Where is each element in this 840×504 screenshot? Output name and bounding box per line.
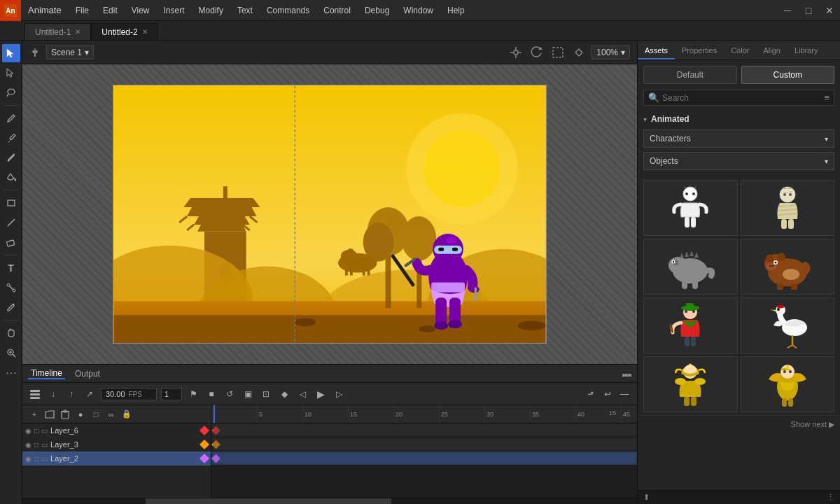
rotate-icon[interactable] — [528, 44, 545, 61]
menu-control[interactable]: Control — [316, 0, 358, 21]
tl-prev-frame[interactable]: ◁ — [295, 387, 309, 401]
settings-icon[interactable]: ⋮ — [827, 493, 834, 502]
selection-tool[interactable] — [2, 44, 20, 62]
asset-card-2[interactable] — [741, 180, 835, 236]
tab-assets[interactable]: Assets — [638, 41, 675, 59]
pencil-tool[interactable] — [2, 129, 20, 147]
search-input[interactable] — [662, 93, 824, 103]
layer-vis-2[interactable]: ◉ — [25, 455, 31, 463]
tl-stop-btn[interactable]: ■ — [204, 387, 218, 401]
tab-color[interactable]: Color — [724, 41, 756, 59]
menu-window[interactable]: Window — [396, 0, 440, 21]
menu-debug[interactable]: Debug — [358, 0, 396, 21]
timeline-scrollbar[interactable] — [22, 498, 637, 504]
layer-vis-3[interactable]: ◉ — [25, 441, 31, 449]
eyedropper-tool[interactable] — [2, 298, 20, 316]
tab-close-1[interactable]: ✕ — [75, 24, 80, 41]
layer-row-3[interactable]: ◉ □ ▭ Layer_3 — [22, 438, 211, 451]
asset-card-8[interactable] — [741, 356, 835, 412]
tl-minus-btn[interactable]: — — [617, 387, 631, 401]
eraser-tool[interactable] — [2, 233, 20, 251]
keyframe-btn[interactable]: ● — [74, 408, 87, 421]
layer-row-6[interactable]: ◉ □ ▭ Layer_6 — [22, 424, 211, 438]
tab-close-2[interactable]: ✕ — [142, 24, 148, 41]
menu-commands[interactable]: Commands — [260, 0, 316, 21]
clip-icon[interactable] — [550, 44, 566, 61]
tl-undo-btn[interactable]: ↩ — [601, 387, 615, 401]
tab-align[interactable]: Align — [756, 41, 787, 59]
menu-edit[interactable]: Edit — [96, 0, 125, 21]
asset-card-4[interactable] — [741, 239, 835, 295]
more-tools-button[interactable]: ⋯ — [2, 363, 20, 382]
tab-untitled1[interactable]: Untitled-1 ✕ — [24, 23, 91, 40]
tl-icon-down[interactable]: ↓ — [46, 387, 60, 401]
maximize-button[interactable]: □ — [798, 0, 819, 21]
scene-selector[interactable]: Scene 1 ▾ — [46, 46, 94, 59]
list-view-icon[interactable]: ≡ — [824, 92, 830, 103]
frame-track-2[interactable] — [211, 451, 637, 465]
scrollbar-thumb[interactable] — [146, 498, 391, 504]
menu-help[interactable]: Help — [440, 0, 472, 21]
asset-card-3[interactable] — [643, 239, 738, 295]
canvas-frame[interactable] — [113, 85, 547, 344]
blank-frame-btn[interactable]: □ — [90, 408, 102, 421]
menu-insert[interactable]: Insert — [157, 0, 192, 21]
tab-library[interactable]: Library — [788, 41, 825, 59]
motion-tween-btn[interactable]: ∞ — [105, 408, 118, 421]
playhead[interactable] — [214, 405, 215, 423]
tl-next-frame[interactable]: ▷ — [332, 387, 346, 401]
pen-tool[interactable] — [2, 109, 20, 127]
default-mode-btn[interactable]: Default — [643, 66, 737, 84]
tl-icon-export[interactable]: ↗ — [83, 387, 97, 401]
collapse-timeline[interactable]: ▬ — [622, 368, 631, 379]
frame-track-3[interactable] — [211, 438, 637, 451]
hand-tool[interactable] — [2, 324, 20, 342]
bone-tool[interactable] — [2, 279, 20, 297]
tab-properties[interactable]: Properties — [675, 41, 724, 59]
text-tool[interactable]: T — [2, 259, 20, 277]
tl-export-btn[interactable]: ⬏ — [584, 387, 598, 401]
asset-card-6[interactable] — [741, 298, 835, 354]
characters-dropdown[interactable]: Characters ▾ — [643, 130, 834, 148]
layer-outline-6[interactable]: ▭ — [41, 427, 48, 435]
zoom-tool[interactable] — [2, 344, 20, 362]
layer-lock-6[interactable]: □ — [34, 427, 38, 435]
menu-file[interactable]: File — [69, 0, 96, 21]
menu-modify[interactable]: Modify — [192, 0, 230, 21]
tl-step-btn[interactable]: ▣ — [241, 387, 255, 401]
add-folder-btn[interactable] — [43, 408, 56, 421]
brush-tool[interactable] — [2, 148, 20, 167]
delete-layer-btn[interactable] — [59, 408, 71, 421]
layer-outline-3[interactable]: ▭ — [41, 441, 48, 449]
upload-icon[interactable]: ⬆ — [643, 493, 650, 502]
layer-lock-2[interactable]: □ — [34, 455, 38, 463]
asset-card-7[interactable] — [643, 356, 738, 412]
asset-card-1[interactable] — [643, 180, 738, 236]
animated-section-header[interactable]: ▾ Animated — [643, 111, 834, 127]
tl-icon-layers[interactable] — [28, 387, 42, 401]
tl-onion-btn[interactable]: ⊡ — [259, 387, 273, 401]
add-layer-btn[interactable]: + — [28, 408, 41, 421]
lock-all-btn[interactable]: 🔒 — [120, 408, 133, 421]
tl-loop-btn[interactable]: ↺ — [223, 387, 237, 401]
tl-play-btn[interactable]: ▶ — [314, 387, 328, 401]
zoom-arrows-icon[interactable] — [570, 44, 587, 61]
layer-row-2[interactable]: ◉ □ ▭ Layer_2 — [22, 451, 211, 465]
tab-timeline[interactable]: Timeline — [28, 368, 65, 379]
layer-vis-6[interactable]: ◉ — [25, 427, 31, 435]
tab-output[interactable]: Output — [72, 369, 103, 379]
minimize-button[interactable]: ─ — [777, 0, 798, 21]
line-tool[interactable] — [2, 214, 20, 232]
tl-diamond-btn[interactable]: ◆ — [277, 387, 291, 401]
lasso-tool[interactable] — [2, 83, 20, 102]
rectangle-tool[interactable] — [2, 194, 20, 212]
frame-track-6[interactable] — [211, 424, 637, 438]
layer-outline-2[interactable]: ▭ — [41, 455, 48, 463]
zoom-selector[interactable]: 100% ▾ — [592, 46, 630, 59]
tab-untitled2[interactable]: Untitled-2 ✕ — [91, 23, 158, 40]
menu-view[interactable]: View — [125, 0, 157, 21]
tl-icon-flag[interactable]: ⚑ — [186, 387, 200, 401]
tl-icon-up[interactable]: ↑ — [64, 387, 78, 401]
center-stage-icon[interactable] — [507, 44, 524, 61]
subselection-tool[interactable] — [2, 64, 20, 82]
